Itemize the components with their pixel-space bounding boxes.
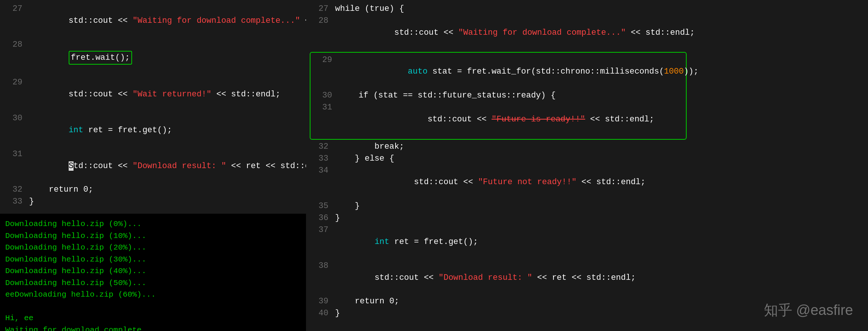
line-number: 33 (4, 196, 22, 208)
code-line-r38: 38 std::cout << "Download result: " << r… (306, 260, 687, 296)
line-number: 33 (310, 153, 328, 165)
terminal-section: Downloading hello.zip (0%)... Downloadin… (0, 214, 306, 331)
terminal-line (5, 301, 301, 313)
line-number: 34 (310, 165, 328, 177)
line-number: 29 (4, 77, 22, 89)
code-line-32: 32 return 0; (0, 184, 306, 196)
terminal-line: Downloading hello.zip (40%)... (5, 265, 301, 277)
code-content: std::cout << "Future not ready!!" << std… (335, 165, 646, 201)
code-line-r40: 40 } (306, 307, 687, 319)
terminal-line: eeDownloading hello.zip (60%)... (5, 289, 301, 301)
right-panel: 27 while (true) { 28 std::cout << "Waiti… (306, 0, 868, 331)
terminal-line: Downloading hello.zip (0%)... (5, 218, 301, 230)
code-line-r39: 39 return 0; (306, 296, 687, 307)
code-content: std::cout << "Download result: " << ret … (335, 260, 636, 296)
code-line-r34: 34 std::cout << "Future not ready!!" << … (306, 165, 687, 201)
line-number: 32 (310, 141, 328, 153)
code-line-r37: 37 int ret = fret.get(); (306, 224, 687, 260)
code-line-30: 30 int ret = fret.get(); (0, 112, 306, 148)
code-line-r30: 30 if (stat == std::future_status::ready… (313, 90, 683, 102)
code-line-r27: 27 while (true) { (306, 3, 687, 15)
terminal-line: Downloading hello.zip (30%)... (5, 254, 301, 266)
line-number: 29 (313, 54, 332, 66)
terminal-line: Downloading hello.zip (20%)... (5, 242, 301, 254)
code-line-28: 28 fret.wait(); (0, 39, 306, 77)
terminal-line: Downloading hello.zip (10%)... (5, 230, 301, 242)
line-number: 28 (4, 39, 22, 51)
code-line-r29: 29 auto stat = fret.wait_for(std::chrono… (313, 54, 683, 90)
line-number: 27 (310, 3, 328, 15)
line-number: 31 (313, 102, 332, 114)
code-content: fret.wait(); (29, 39, 132, 77)
code-content: } else { (335, 153, 394, 165)
code-content: while (true) { (335, 3, 404, 15)
code-content: int ret = fret.get(); (29, 112, 172, 148)
code-content: } (29, 196, 34, 208)
code-line-29: 29 std::cout << "Wait returned!" << std:… (0, 77, 306, 112)
left-panel: 27 std::cout << "Waiting for download co… (0, 0, 306, 331)
line-number: 28 (310, 15, 328, 27)
right-code-area: 27 while (true) { 28 std::cout << "Waiti… (306, 0, 687, 331)
line-number: 30 (4, 112, 22, 124)
code-line-33: 33 } (0, 196, 306, 208)
code-line-r36: 36 } (306, 212, 687, 224)
line-number: 35 (310, 200, 328, 212)
line-number: 37 (310, 224, 328, 236)
code-content: return 0; (29, 184, 93, 196)
code-line-r28: 28 std::cout << "Waiting for download co… (306, 15, 687, 51)
line-number: 31 (4, 148, 22, 160)
code-line-r31: 31 std::cout << "Future is ready!!" << s… (313, 102, 683, 137)
code-content: Std::cout << "Download result: " << ret … (29, 148, 330, 184)
line-number: 30 (313, 90, 332, 102)
code-content: std::cout << "Waiting for download compl… (335, 15, 695, 51)
line-number: 27 (4, 3, 22, 15)
line-number: 39 (310, 296, 328, 307)
code-content: return 0; (335, 296, 399, 307)
code-content: std::cout << "Wait returned!" << std::en… (29, 77, 280, 112)
terminal-line: Hi, ee (5, 312, 301, 324)
code-content: if (stat == std::future_status::ready) { (339, 90, 556, 102)
code-line-r33: 33 } else { (306, 153, 687, 165)
code-content: } (335, 307, 340, 319)
code-content: std::cout << "Future is ready!!" << std:… (339, 102, 654, 137)
code-content: auto stat = fret.wait_for(std::chrono::m… (339, 54, 699, 90)
line-number: 32 (4, 184, 22, 196)
code-line-27: 27 std::cout << "Waiting for download co… (0, 3, 306, 39)
code-line-r32: 32 break; (306, 141, 687, 153)
left-code-section: 27 std::cout << "Waiting for download co… (0, 0, 306, 211)
watermark-area: 知乎 @easfire (687, 0, 868, 331)
code-content: break; (335, 141, 404, 153)
line-number: 40 (310, 307, 328, 319)
code-line-r35: 35 } (306, 200, 687, 212)
highlight-green-block: 29 auto stat = fret.wait_for(std::chrono… (310, 52, 687, 140)
code-content: int ret = fret.get(); (335, 224, 478, 260)
terminal-line: Waiting for download complete... (5, 324, 301, 331)
line-number: 38 (310, 260, 328, 272)
watermark-text: 知乎 @easfire (764, 301, 853, 320)
code-content: } (335, 200, 360, 212)
line-number: 36 (310, 212, 328, 224)
terminal-line: Downloading hello.zip (50%)... (5, 277, 301, 289)
code-line-31: 31 Std::cout << "Download result: " << r… (0, 148, 306, 184)
code-content: } (335, 212, 340, 224)
